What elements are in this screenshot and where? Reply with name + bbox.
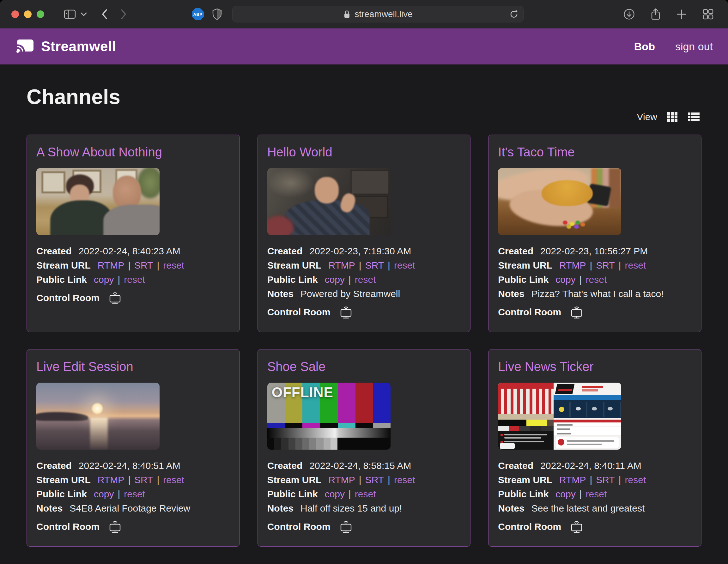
- public-reset-link[interactable]: reset: [355, 489, 376, 500]
- brand-name: Streamwell: [41, 39, 116, 54]
- thumb-art: [504, 441, 544, 442]
- close-window-button[interactable]: [11, 10, 19, 18]
- stream-url-row: Stream URL RTMP|SRT|reset: [498, 475, 692, 485]
- thumb-art: [498, 414, 554, 420]
- public-link-label: Public Link: [36, 489, 87, 500]
- thumb-art: [557, 424, 573, 426]
- created-row: Created 2022-02-24, 8:58:15 AM: [267, 460, 461, 471]
- control-room-icon[interactable]: [569, 306, 584, 319]
- rtmp-link[interactable]: RTMP: [98, 260, 124, 271]
- srt-link[interactable]: SRT: [365, 475, 384, 485]
- control-room-icon[interactable]: [339, 306, 353, 319]
- control-room-icon[interactable]: [339, 520, 353, 533]
- public-reset-link[interactable]: reset: [586, 489, 607, 500]
- thumb-art: [41, 171, 65, 193]
- stream-url-label: Stream URL: [267, 260, 322, 271]
- zoom-window-button[interactable]: [37, 10, 44, 18]
- new-tab-icon[interactable]: [676, 9, 687, 20]
- copy-link[interactable]: copy: [555, 274, 575, 285]
- channel-title: Live Edit Session: [36, 360, 230, 374]
- copy-link[interactable]: copy: [94, 274, 114, 285]
- separator: |: [619, 475, 621, 485]
- tab-overview-icon[interactable]: [702, 8, 714, 20]
- public-link-row: Public Link copy|reset: [267, 489, 461, 500]
- channel-thumbnail[interactable]: [267, 168, 391, 235]
- downloads-icon[interactable]: [623, 8, 635, 20]
- public-reset-link[interactable]: reset: [124, 274, 145, 285]
- notes-label: Notes: [267, 288, 294, 299]
- control-room-icon[interactable]: [569, 520, 584, 533]
- public-reset-link[interactable]: reset: [124, 489, 145, 500]
- srt-link[interactable]: SRT: [596, 260, 615, 271]
- thumb-art: [547, 420, 554, 426]
- address-bar[interactable]: streamwell.live: [232, 6, 524, 22]
- stream-reset-link[interactable]: reset: [163, 260, 184, 271]
- chevron-down-icon[interactable]: [80, 12, 87, 16]
- reload-icon[interactable]: [509, 9, 519, 19]
- control-room-label: Control Room: [36, 293, 100, 303]
- copy-link[interactable]: copy: [325, 489, 345, 500]
- stream-reset-link[interactable]: reset: [394, 260, 415, 271]
- public-reset-link[interactable]: reset: [586, 274, 607, 285]
- thumb-art: [526, 420, 547, 426]
- stream-reset-link[interactable]: reset: [394, 475, 415, 485]
- share-icon[interactable]: [650, 8, 661, 21]
- separator: |: [118, 489, 120, 500]
- srt-link[interactable]: SRT: [365, 260, 384, 271]
- created-row: Created 2022-02-23, 10:56:27 PM: [498, 246, 692, 257]
- public-link-label: Public Link: [267, 489, 318, 500]
- stream-reset-link[interactable]: reset: [625, 475, 646, 485]
- srt-link[interactable]: SRT: [596, 475, 615, 485]
- rtmp-link[interactable]: RTMP: [559, 475, 586, 485]
- control-room-icon[interactable]: [108, 520, 122, 533]
- rtmp-link[interactable]: RTMP: [98, 475, 124, 485]
- channel-thumbnail[interactable]: [498, 383, 621, 450]
- minimize-window-button[interactable]: [24, 10, 32, 18]
- rtmp-link[interactable]: RTMP: [328, 475, 355, 485]
- channel-thumbnail[interactable]: OFFLINE: [267, 383, 391, 450]
- back-icon[interactable]: [101, 9, 108, 20]
- control-room-icon[interactable]: [108, 291, 122, 305]
- rtmp-link[interactable]: RTMP: [328, 260, 355, 271]
- channel-thumbnail[interactable]: [498, 168, 621, 235]
- thumb-art: [501, 434, 503, 436]
- forward-icon[interactable]: [120, 9, 127, 20]
- adblock-extension-icon[interactable]: ABP: [192, 8, 204, 20]
- stream-reset-link[interactable]: reset: [163, 475, 184, 485]
- thumb-art: [267, 168, 315, 198]
- copy-link[interactable]: copy: [94, 489, 114, 500]
- public-reset-link[interactable]: reset: [355, 274, 376, 285]
- channel-title: It's Taco Time: [498, 145, 692, 159]
- grid-view-icon[interactable]: [667, 111, 678, 123]
- srt-link[interactable]: SRT: [134, 475, 153, 485]
- sign-out-link[interactable]: sign out: [675, 40, 713, 53]
- srt-link[interactable]: SRT: [134, 260, 153, 271]
- stream-url-label: Stream URL: [498, 260, 552, 271]
- view-label: View: [637, 112, 657, 122]
- thumb-art: [554, 395, 622, 400]
- sidebar-toggle-icon[interactable]: [64, 9, 76, 19]
- thumb-art: [267, 428, 391, 438]
- notes-row: Notes Pizza? That's what I call a taco!: [498, 288, 692, 299]
- toolbar-right: [623, 8, 714, 21]
- copy-link[interactable]: copy: [555, 489, 575, 500]
- created-label: Created: [498, 460, 533, 471]
- control-room-label: Control Room: [498, 307, 561, 318]
- thumb-art: [500, 443, 515, 449]
- list-view-icon[interactable]: [688, 112, 700, 122]
- shield-extension-icon[interactable]: [212, 8, 222, 20]
- control-room-label: Control Room: [267, 521, 331, 532]
- stream-url-row: Stream URL RTMP|SRT|reset: [36, 475, 230, 485]
- public-link-row: Public Link copy|reset: [267, 274, 461, 285]
- channel-thumbnail[interactable]: [36, 168, 160, 235]
- thumb-art: [582, 386, 603, 388]
- thumb-art: [498, 420, 526, 426]
- stream-reset-link[interactable]: reset: [625, 260, 646, 271]
- channel-thumbnail[interactable]: [36, 383, 160, 450]
- rtmp-link[interactable]: RTMP: [559, 260, 586, 271]
- thumb-art: [267, 438, 337, 450]
- control-room-row: Control Room: [498, 520, 692, 533]
- copy-link[interactable]: copy: [325, 274, 345, 285]
- brand-logo-link[interactable]: Streamwell: [15, 38, 116, 55]
- public-link-label: Public Link: [36, 274, 87, 285]
